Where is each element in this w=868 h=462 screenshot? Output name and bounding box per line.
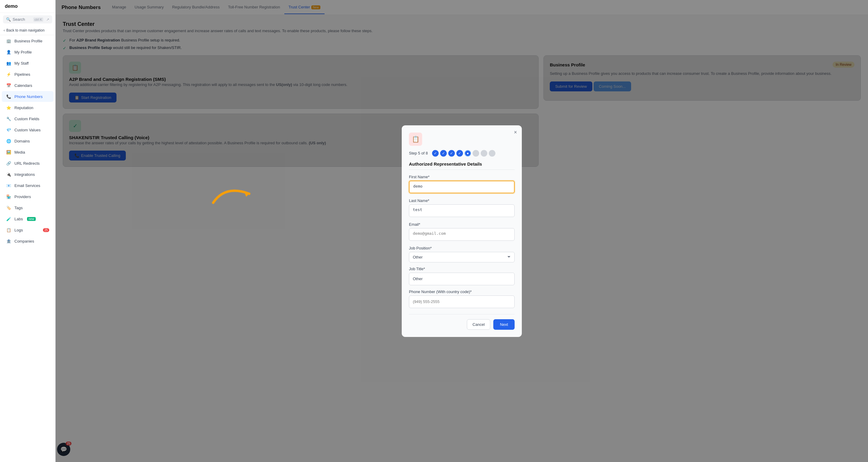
first-name-label: First Name* [409, 175, 515, 179]
phone-number-group: Phone Number (With country code)* [409, 289, 515, 308]
sidebar-item-labs[interactable]: 🧪 Labs new [2, 213, 54, 224]
sidebar-item-business-profile[interactable]: 🏢 Business Profile [2, 35, 54, 46]
arrow-annotation [207, 178, 261, 209]
next-button[interactable]: Next [493, 319, 515, 330]
nav-icon-my-profile: 👤 [6, 49, 11, 55]
nav-icon-domains: 🌐 [6, 138, 11, 144]
nav-label-url-redirects: URL Redirects [14, 161, 40, 166]
sidebar-item-my-staff[interactable]: 👥 My Staff [2, 58, 54, 68]
modal-close-button[interactable]: × [514, 129, 517, 135]
modal-dialog: × 📋 Step 5 of 8 ✓✓✓✓● Authorized Represe… [402, 125, 522, 337]
sidebar-item-companies[interactable]: 🏦 Companies [2, 236, 54, 247]
modal-section-title: Authorized Representative Details [409, 162, 515, 170]
job-position-group: Job Position* Other Director Manager VP … [409, 246, 515, 262]
sidebar-item-url-redirects[interactable]: 🔗 URL Redirects [2, 158, 54, 169]
nav-label-custom-fields: Custom Fields [14, 117, 39, 121]
nav-icon-media: 🖼️ [6, 149, 11, 155]
job-title-input[interactable] [409, 272, 515, 285]
nav-icon-integrations: 🔌 [6, 172, 11, 177]
sidebar-item-custom-fields[interactable]: 🔧 Custom Fields [2, 113, 54, 124]
step-dot-1: ✓ [432, 150, 439, 156]
back-arrow-icon: ‹ [4, 28, 5, 32]
nav-label-providers: Providers [14, 195, 31, 199]
back-navigation[interactable]: ‹ Back to main navigation [0, 26, 55, 35]
job-title-label: Job Title* [409, 267, 515, 271]
cancel-button[interactable]: Cancel [467, 319, 490, 330]
nav-icon-pipelines: ⚡ [6, 71, 11, 77]
nav-icon-reputation: ⭐ [6, 105, 11, 110]
nav-icon-companies: 🏦 [6, 238, 11, 244]
step-text: Step 5 of 8 [409, 151, 428, 155]
nav-label-labs: Labs [14, 217, 23, 221]
modal-icon-symbol: 📋 [412, 136, 420, 143]
sidebar-item-reputation[interactable]: ⭐ Reputation [2, 102, 54, 113]
sidebar-item-phone-numbers[interactable]: 📞 Phone Numbers [2, 91, 54, 102]
sidebar-item-domains[interactable]: 🌐 Domains [2, 136, 54, 146]
job-position-select[interactable]: Other Director Manager VP CEO [409, 252, 515, 262]
nav-label-business-profile: Business Profile [14, 39, 42, 43]
step-dot-7 [481, 150, 487, 156]
modal-icon: 📋 [409, 133, 422, 146]
step-dot-6 [472, 150, 479, 156]
sidebar-item-logs[interactable]: 📋 Logs 25 [2, 225, 54, 235]
sidebar-item-integrations[interactable]: 🔌 Integrations [2, 169, 54, 180]
nav-icon-my-staff: 👥 [6, 60, 11, 66]
sidebar-item-media[interactable]: 🖼️ Media [2, 147, 54, 157]
nav-icon-business-profile: 🏢 [6, 38, 11, 44]
sidebar-item-providers[interactable]: 🏪 Providers [2, 191, 54, 202]
step-dot-8 [489, 150, 495, 156]
nav-label-tags: Tags [14, 206, 23, 210]
step-dot-2: ✓ [440, 150, 447, 156]
nav-icon-calendars: 📅 [6, 83, 11, 88]
sidebar-item-pipelines[interactable]: ⚡ Pipelines [2, 69, 54, 80]
modal-footer: Cancel Next [409, 314, 515, 330]
nav-icon-providers: 🏪 [6, 194, 11, 199]
back-nav-label: Back to main navigation [6, 28, 44, 32]
nav-label-companies: Companies [14, 239, 34, 243]
nav-label-reputation: Reputation [14, 106, 33, 110]
nav-icon-email-services: 📧 [6, 183, 11, 188]
nav-label-my-profile: My Profile [14, 50, 32, 54]
job-position-label: Job Position* [409, 246, 515, 250]
nav-label-phone-numbers: Phone Numbers [14, 94, 43, 99]
last-name-label: Last Name* [409, 198, 515, 203]
step-dot-3: ✓ [448, 150, 455, 156]
nav-icon-phone-numbers: 📞 [6, 94, 11, 99]
sidebar-item-email-services[interactable]: 📧 Email Services [2, 180, 54, 191]
sidebar-item-custom-values[interactable]: 💎 Custom Values [2, 124, 54, 135]
first-name-group: First Name* demo [409, 175, 515, 194]
email-input[interactable] [409, 228, 515, 241]
svg-marker-0 [244, 191, 249, 197]
search-bar[interactable]: 🔍 Search ctrl K ↗ [3, 15, 52, 24]
nav-label-pipelines: Pipelines [14, 72, 30, 77]
nav-icon-url-redirects: 🔗 [6, 161, 11, 166]
nav-label-my-staff: My Staff [14, 61, 29, 65]
main-content: Phone Numbers ManageUsage SummaryRegulat… [56, 0, 868, 462]
first-name-input[interactable]: demo [409, 181, 515, 193]
step-dots: ✓✓✓✓● [432, 150, 495, 156]
phone-number-input[interactable] [409, 295, 515, 308]
job-title-group: Job Title* [409, 267, 515, 285]
sidebar: demo 🔍 Search ctrl K ↗ ‹ Back to main na… [0, 0, 56, 462]
last-name-input[interactable]: test [409, 204, 515, 217]
nav-icon-custom-values: 💎 [6, 127, 11, 133]
nav-label-logs: Logs [14, 228, 23, 232]
sidebar-item-my-profile[interactable]: 👤 My Profile [2, 47, 54, 57]
nav-icon-tags: 🏷️ [6, 205, 11, 210]
search-label: Search [12, 17, 25, 22]
search-shortcut: ctrl K [33, 18, 43, 22]
email-group: Email* [409, 222, 515, 242]
nav-icon-labs: 🧪 [6, 216, 11, 222]
email-label: Email* [409, 222, 515, 227]
last-name-group: Last Name* test [409, 198, 515, 218]
sidebar-item-tags[interactable]: 🏷️ Tags [2, 202, 54, 213]
nav-label-media: Media [14, 150, 25, 154]
nav-icon-logs: 📋 [6, 227, 11, 233]
phone-number-label: Phone Number (With country code)* [409, 289, 515, 294]
sidebar-item-calendars[interactable]: 📅 Calendars [2, 80, 54, 91]
step-dot-4: ✓ [456, 150, 463, 156]
nav-icon-custom-fields: 🔧 [6, 116, 11, 121]
modal-overlay: × 📋 Step 5 of 8 ✓✓✓✓● Authorized Represe… [56, 0, 868, 462]
nav-label-custom-values: Custom Values [14, 128, 40, 132]
step-dot-5: ● [464, 150, 471, 156]
